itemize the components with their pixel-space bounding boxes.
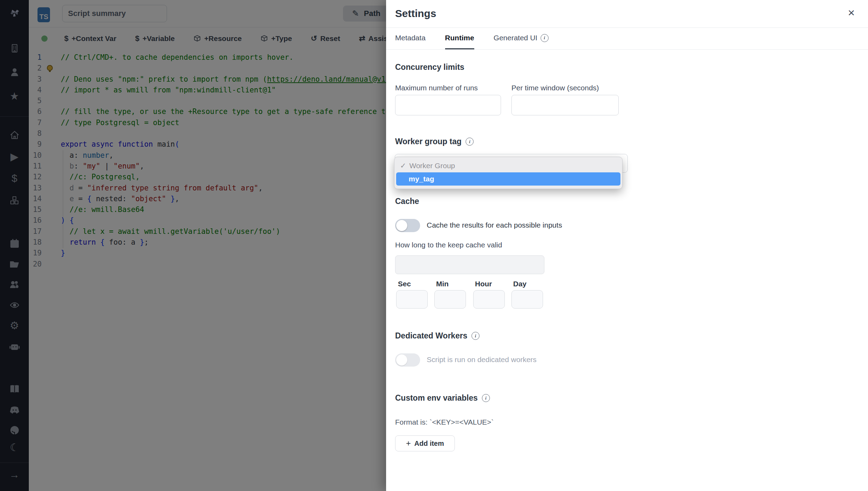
tab-generated-ui[interactable]: Generated UI i <box>494 27 549 49</box>
concurrency-heading: Concurency limits <box>395 63 464 72</box>
worker-group-dropdown: ✓Worker Groupmy_tag <box>394 157 623 189</box>
settings-drawer: Settings × Metadata Runtime Generated UI… <box>386 0 868 491</box>
cache-toggle-label: Cache the results for each possible inpu… <box>427 221 562 229</box>
max-runs-input[interactable] <box>395 95 501 115</box>
dropdown-option-worker-group[interactable]: ✓Worker Group <box>396 159 620 172</box>
plus-icon: + <box>406 439 411 448</box>
cache-unit-label-min: Min <box>436 280 449 288</box>
check-icon: ✓ <box>400 162 407 170</box>
time-window-label: Per time window (seconds) <box>511 84 599 92</box>
custom-env-heading: Custom env variables i <box>395 393 490 403</box>
close-icon[interactable]: × <box>844 5 859 20</box>
settings-header: Settings × <box>386 0 868 28</box>
time-window-input[interactable] <box>511 95 619 115</box>
cache-unit-label-sec: Sec <box>398 280 411 288</box>
tab-runtime[interactable]: Runtime <box>445 27 474 49</box>
add-item-button[interactable]: + Add item <box>395 435 455 451</box>
dedicated-workers-label: Script is run on dedicated workers <box>427 355 536 364</box>
cache-unit-input-day[interactable] <box>511 290 543 309</box>
info-icon[interactable]: i <box>466 138 474 146</box>
dedicated-workers-heading: Dedicated Workers i <box>395 331 479 341</box>
info-icon[interactable]: i <box>541 34 549 42</box>
cache-unit-input-min[interactable] <box>434 290 466 309</box>
cache-unit-label-hour: Hour <box>475 280 492 288</box>
dropdown-option-label: my_tag <box>409 175 434 183</box>
cache-heading: Cache <box>395 197 419 206</box>
cache-duration-input[interactable] <box>395 255 544 274</box>
settings-title: Settings <box>395 8 436 19</box>
max-runs-label: Maximum number of runs <box>395 84 478 92</box>
dedicated-workers-toggle[interactable] <box>395 353 420 367</box>
cache-unit-label-day: Day <box>513 280 527 288</box>
info-icon[interactable]: i <box>471 332 479 340</box>
settings-tabs: Metadata Runtime Generated UI i <box>386 27 868 50</box>
dropdown-option-label: Worker Group <box>409 162 455 170</box>
cache-unit-input-sec[interactable] <box>396 290 428 309</box>
cache-toggle[interactable] <box>395 219 420 232</box>
worker-group-heading: Worker group tag i <box>395 137 474 146</box>
tab-metadata[interactable]: Metadata <box>395 27 426 49</box>
cache-duration-label: How long to the keep cache valid <box>395 241 502 249</box>
info-icon[interactable]: i <box>482 394 490 402</box>
cache-unit-input-hour[interactable] <box>473 290 505 309</box>
dropdown-option-my_tag[interactable]: my_tag <box>396 172 620 186</box>
env-format-hint: Format is: `<KEY>=<VALUE>` <box>395 418 494 426</box>
